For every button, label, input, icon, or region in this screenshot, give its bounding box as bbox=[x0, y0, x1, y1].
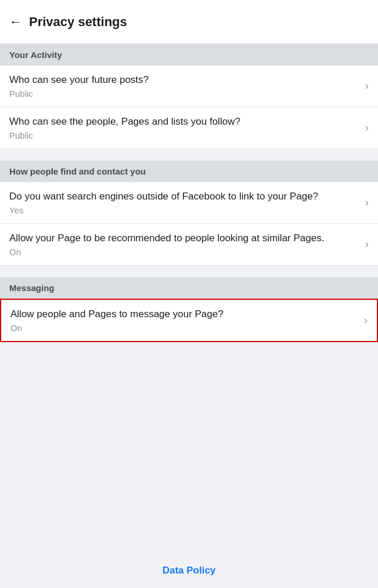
page-wrapper: ← Privacy settings Your Activity Who can… bbox=[0, 0, 378, 588]
section-your-activity: Your Activity Who can see your future po… bbox=[0, 44, 378, 149]
chevron-icon-search-engines: › bbox=[365, 197, 369, 209]
item-content-future-posts: Who can see your future posts? Public bbox=[9, 74, 365, 99]
item-value-allow-messages: On bbox=[10, 323, 358, 333]
item-content-search-engines: Do you want search engines outside of Fa… bbox=[9, 190, 365, 215]
section-header-how-people-find: How people find and contact you bbox=[0, 161, 378, 182]
section-how-people-find: How people find and contact you Do you w… bbox=[0, 161, 378, 266]
item-value-recommended: On bbox=[9, 247, 359, 257]
settings-item-allow-messages[interactable]: Allow people and Pages to message your P… bbox=[0, 299, 378, 342]
item-value-future-posts: Public bbox=[9, 89, 359, 99]
page-title: Privacy settings bbox=[29, 14, 127, 30]
section-header-your-activity: Your Activity bbox=[0, 44, 378, 66]
section-messaging: Messaging Allow people and Pages to mess… bbox=[0, 277, 378, 342]
data-policy-link[interactable]: Data Policy bbox=[163, 565, 216, 576]
content: Your Activity Who can see your future po… bbox=[0, 44, 378, 553]
settings-item-search-engines[interactable]: Do you want search engines outside of Fa… bbox=[0, 182, 378, 224]
item-value-people-pages: Public bbox=[9, 130, 359, 140]
item-label-future-posts: Who can see your future posts? bbox=[9, 74, 359, 87]
chevron-icon-recommended: › bbox=[365, 238, 369, 251]
chevron-icon-future-posts: › bbox=[365, 80, 369, 92]
settings-item-future-posts[interactable]: Who can see your future posts? Public › bbox=[0, 66, 378, 107]
section-header-messaging: Messaging bbox=[0, 277, 378, 299]
footer: Data Policy bbox=[0, 553, 378, 588]
item-content-recommended: Allow your Page to be recommended to peo… bbox=[9, 232, 365, 257]
item-label-search-engines: Do you want search engines outside of Fa… bbox=[9, 190, 359, 204]
chevron-icon-people-pages: › bbox=[365, 122, 369, 134]
settings-item-people-pages[interactable]: Who can see the people, Pages and lists … bbox=[0, 107, 378, 149]
item-content-people-pages: Who can see the people, Pages and lists … bbox=[9, 115, 365, 140]
item-value-search-engines: Yes bbox=[9, 205, 359, 215]
item-label-allow-messages: Allow people and Pages to message your P… bbox=[10, 308, 358, 321]
item-label-recommended: Allow your Page to be recommended to peo… bbox=[9, 232, 359, 245]
settings-item-recommended[interactable]: Allow your Page to be recommended to peo… bbox=[0, 224, 378, 266]
spacer-3 bbox=[0, 342, 378, 354]
spacer-1 bbox=[0, 149, 378, 161]
item-label-people-pages: Who can see the people, Pages and lists … bbox=[9, 115, 359, 129]
item-content-allow-messages: Allow people and Pages to message your P… bbox=[10, 308, 364, 333]
header: ← Privacy settings bbox=[0, 0, 378, 44]
back-button[interactable]: ← bbox=[9, 14, 22, 30]
spacer-2 bbox=[0, 266, 378, 277]
chevron-icon-allow-messages: › bbox=[364, 314, 368, 326]
